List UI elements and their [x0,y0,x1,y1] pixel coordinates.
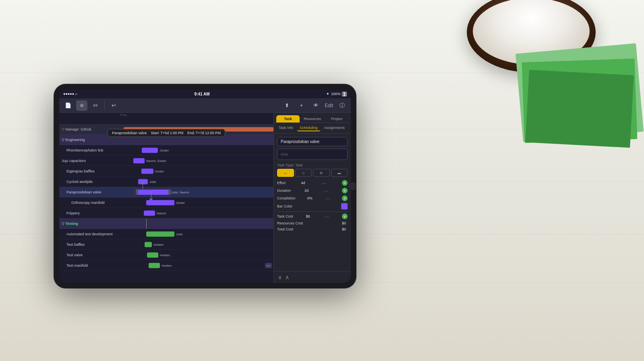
effort-increase[interactable]: + [342,180,348,186]
divider-1 [277,212,348,212]
task-type-group[interactable]: ▬ [331,169,348,177]
table-row[interactable]: Cycloid aeolipile Julie [59,176,273,187]
separator-1 [104,102,105,110]
resources-cost-label: Resources Cost [277,221,303,225]
field-resources-cost: Resources Cost $0 [277,221,348,225]
table-row[interactable]: Automated test development Julie [59,229,273,239]
table-row[interactable]: Test baffles Holden [59,239,273,250]
add-button[interactable]: + [296,100,307,111]
wifi-icon: ⌐ [75,92,78,96]
nav-up-button[interactable]: ∧ [285,274,289,280]
row-label: Orthoscopy manifold [59,201,124,205]
undo-icon: ↩ [112,102,116,108]
tooltip-task-name: Paraprosdokian valve [112,131,147,135]
completion-increase[interactable]: + [342,195,348,201]
testing-group-label: Testing [66,222,78,226]
assignee-label: Holden [162,263,172,267]
info-button[interactable]: ⓘ [336,100,348,111]
edit-button[interactable]: Edit [325,103,333,108]
field-bar-color: Bar Color [277,203,348,210]
status-time: 9:41 AM [195,92,210,96]
task-bar [145,242,152,247]
tooltip-start: Start: T+5d 1:00 PM [151,131,184,135]
bar-area: Julie; Naomi [124,187,273,197]
task-type-milestone[interactable]: ◇ [295,169,312,177]
row-label: ▽ Testing [59,222,124,226]
bar-area: Holden [124,239,273,249]
effort-decrease[interactable]: — [322,180,327,185]
assignee-label: Holden [160,253,170,257]
duration-decrease[interactable]: — [324,188,328,193]
undo-button[interactable]: ↩ [108,100,119,111]
expand-button[interactable]: >> [265,263,272,268]
bluetooth-icon: ✦ [326,92,329,96]
tab-resources[interactable]: Resources [301,115,324,122]
home-button[interactable] [349,183,356,190]
note-field[interactable]: Note [277,149,348,160]
task-cost-increase[interactable]: + [342,214,348,219]
toolbar-right: ⬆ + 👁 Edit ⓘ [281,100,348,111]
row-label: Frippery [59,211,124,215]
task-type-icons: — ◇ ⊟ ▬ [277,169,348,177]
table-row[interactable]: Eigengrau baffles Geder [59,166,273,176]
table-row[interactable]: Test valve Holden [59,250,273,260]
tab-task[interactable]: Task [276,115,300,122]
share-icon: ⬆ [285,102,289,108]
bar-area: Naomi [124,208,273,218]
gantt-area[interactable]: Paraprosdokian valve Start: T+5d 1:00 PM… [59,113,273,283]
table-row[interactable]: Rhombencephalon link Geder [59,145,273,156]
duration-increase[interactable]: + [342,188,348,193]
assignee-label: Geder [176,201,185,204]
table-row[interactable]: Test manifold Holden >> [59,260,273,271]
bar-handle-right[interactable] [168,189,171,195]
subtab-scheduling[interactable]: Scheduling [297,125,320,131]
task-type-label: Task Type: Task [277,163,348,167]
bar-handle-left[interactable] [136,189,138,195]
table-row[interactable]: Paraprosdokian valve Julie; Naomi [59,187,273,197]
row-label: Automated test development [59,232,124,236]
status-battery: ✦ 100% ▓ [326,92,347,96]
assignee-label: Julie [176,232,182,236]
task-name-field[interactable]: Paraprosdokian valve [277,137,348,146]
panel-subtabs: Task Info Scheduling Assignments [274,123,351,134]
signal-icon: ●●●●● [63,92,74,96]
task-bar [146,200,174,205]
table-row[interactable]: Frippery Naomi [59,208,273,218]
subtab-task-info[interactable]: Task Info [276,125,296,131]
task-type-hammock[interactable]: ⊟ [313,169,330,177]
view-button[interactable]: 👁 [310,100,321,111]
duration-value: 2d [304,189,309,193]
nav-down-button[interactable]: ∨ [278,274,282,280]
row-label: Test baffles [59,243,124,247]
document-button[interactable]: 📄 [62,100,74,111]
table-row[interactable]: Orthoscopy manifold Geder [59,197,273,208]
bar-color-swatch[interactable] [341,203,348,210]
field-effort: Effort 4d — + [277,180,348,186]
task-bar [137,189,170,195]
gantt-view-button[interactable]: ≡≡ [90,100,101,111]
tab-project[interactable]: Project [325,115,348,122]
assignee-label: Geder [155,169,164,173]
grid-view-button[interactable]: ⊞ [76,100,87,111]
bar-area: Naomi; Geder [124,156,273,166]
subtab-assignments[interactable]: Assignments [322,125,348,131]
hammock-icon: ⊟ [320,171,323,175]
field-completion: Completion 0% — + [277,195,348,201]
table-row[interactable]: Juju capacitors Naomi; Geder [59,156,273,166]
task-type-bar[interactable]: — [277,169,294,177]
notebook-3 [525,70,634,147]
bar-icon: — [284,171,287,175]
task-bar [142,147,158,153]
share-button[interactable]: ⬆ [281,100,292,111]
task-bar [133,158,145,163]
table-row[interactable]: ▽ Testing [59,218,273,229]
completion-decrease[interactable]: — [326,196,330,201]
task-cost-decrease[interactable]: — [325,214,329,219]
diamond-icon: ◇ [302,171,304,175]
panel-tabs: Task Resources Project [274,113,351,123]
assignee-label: Julie [149,180,156,183]
task-bar [141,168,153,174]
row-label: Juju capacitors [59,159,124,163]
row-label: Test manifold [59,263,124,268]
time-header: T+1w [120,114,126,116]
